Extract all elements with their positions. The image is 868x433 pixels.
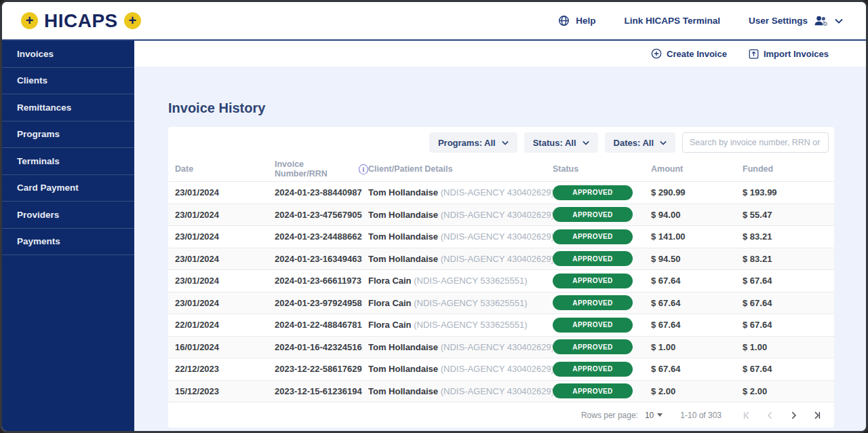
cell-date: 15/12/2023 bbox=[175, 386, 275, 396]
sidebar-item[interactable]: Payments bbox=[2, 229, 134, 256]
invoice-table-body: 23/01/2024 2024-01-23-88440987 Tom Holla… bbox=[168, 181, 834, 402]
status-filter-dropdown[interactable]: Status: All bbox=[524, 132, 598, 153]
sidebar-item[interactable]: Card Payment bbox=[2, 175, 134, 202]
column-header-funded: Funded bbox=[743, 164, 827, 174]
cell-amount: $ 67.64 bbox=[651, 298, 743, 308]
sidebar-item[interactable]: Providers bbox=[2, 202, 134, 229]
cell-invoice-number: 2024-01-23-88440987 bbox=[275, 187, 368, 197]
column-header-client: Client/Patient Details bbox=[368, 164, 553, 174]
invoice-table-row[interactable]: 22/01/2024 2024-01-22-48846781 Flora Cai… bbox=[168, 314, 834, 336]
first-page-button[interactable] bbox=[739, 407, 755, 423]
user-settings-menu[interactable]: User Settings bbox=[749, 15, 843, 26]
hicaps-logo[interactable]: + HICAPS + bbox=[21, 10, 141, 32]
status-badge: APPROVED bbox=[553, 207, 633, 222]
status-badge: APPROVED bbox=[553, 229, 633, 244]
chevron-down-icon bbox=[835, 18, 843, 24]
cell-status: APPROVED bbox=[553, 295, 651, 310]
status-badge: APPROVED bbox=[553, 318, 633, 333]
cell-client-details: Tom Hollandaise (NDIS-AGENCY 430402629) bbox=[368, 187, 553, 197]
cell-status: APPROVED bbox=[553, 318, 651, 333]
sidebar-item[interactable]: Remittances bbox=[2, 94, 134, 121]
upload-icon bbox=[749, 49, 759, 59]
cell-date: 23/01/2024 bbox=[175, 254, 275, 264]
cell-funded: $ 55.47 bbox=[743, 210, 827, 220]
user-settings-label: User Settings bbox=[749, 16, 808, 26]
cell-status: APPROVED bbox=[553, 207, 651, 222]
help-link[interactable]: Help bbox=[558, 15, 595, 26]
cell-invoice-number: 2024-01-23-47567905 bbox=[275, 210, 368, 220]
filter-row: Programs: All Status: All bbox=[168, 127, 834, 157]
last-page-button[interactable] bbox=[808, 407, 825, 423]
sidebar-item[interactable]: Programs bbox=[2, 121, 134, 149]
pagination-range: 1-10 of 303 bbox=[680, 411, 722, 420]
cell-client-details: Tom Hollandaise (NDIS-AGENCY 430402629) bbox=[368, 386, 553, 396]
cell-date: 23/01/2024 bbox=[175, 210, 275, 220]
cell-funded: $ 67.64 bbox=[743, 298, 827, 308]
sidebar-item[interactable]: Invoices bbox=[2, 41, 134, 68]
next-page-button[interactable] bbox=[785, 407, 802, 423]
client-name: Flora Cain bbox=[368, 298, 412, 308]
invoice-history-card: Programs: All Status: All bbox=[168, 127, 834, 428]
chevron-down-icon bbox=[660, 140, 667, 145]
cell-client-details: Tom Hollandaise (NDIS-AGENCY 430402629) bbox=[368, 231, 553, 242]
cell-invoice-number: 2024-01-23-66611973 bbox=[275, 276, 368, 286]
caret-down-icon bbox=[657, 413, 663, 417]
invoice-table-row[interactable]: 15/12/2023 2023-12-15-61236194 Tom Holla… bbox=[168, 380, 834, 402]
cell-funded: $ 67.64 bbox=[743, 276, 827, 286]
column-header-status: Status bbox=[553, 164, 651, 174]
status-badge: APPROVED bbox=[553, 383, 633, 398]
invoice-table-row[interactable]: 22/12/2023 2023-12-22-58617629 Tom Holla… bbox=[168, 358, 834, 380]
cell-funded: $ 67.64 bbox=[743, 364, 827, 374]
cell-amount: $ 141.00 bbox=[651, 231, 743, 242]
sidebar-item[interactable]: Terminals bbox=[2, 148, 134, 175]
rows-per-page-select[interactable]: 10 bbox=[645, 411, 663, 420]
cell-client-details: Tom Hollandaise (NDIS-AGENCY 430402629) bbox=[368, 254, 553, 264]
cell-date: 22/01/2024 bbox=[175, 320, 275, 330]
sidebar-item-label: Programs bbox=[17, 129, 60, 139]
cell-funded: $ 2.00 bbox=[743, 386, 827, 396]
cell-date: 23/01/2024 bbox=[175, 298, 275, 308]
invoice-table-row[interactable]: 23/01/2024 2024-01-23-47567905 Tom Holla… bbox=[168, 204, 834, 226]
search-input[interactable] bbox=[682, 132, 829, 153]
cell-funded: $ 83.21 bbox=[743, 254, 827, 264]
cell-amount: $ 1.00 bbox=[651, 342, 743, 352]
client-agency: (NDIS-AGENCY 430402629) bbox=[441, 386, 553, 396]
cell-status: APPROVED bbox=[553, 251, 651, 266]
cell-invoice-number: 2023-12-22-58617629 bbox=[275, 364, 368, 374]
column-header-invoice-number: Invoice Number/RRN i bbox=[275, 159, 368, 178]
client-agency: (NDIS-AGENCY 533625551) bbox=[414, 298, 527, 308]
invoice-table-row[interactable]: 23/01/2024 2024-01-23-66611973 Flora Cai… bbox=[168, 269, 834, 292]
programs-filter-dropdown[interactable]: Programs: All bbox=[429, 132, 517, 153]
client-name: Tom Hollandaise bbox=[368, 231, 438, 242]
dates-filter-dropdown[interactable]: Dates: All bbox=[605, 132, 675, 153]
import-invoices-button[interactable]: Import Invoices bbox=[749, 49, 829, 59]
cell-amount: $ 94.50 bbox=[651, 254, 743, 264]
circle-plus-icon bbox=[651, 48, 662, 59]
logo-plus-left-icon: + bbox=[21, 12, 38, 29]
user-group-gear-icon bbox=[814, 15, 829, 26]
invoice-table-row[interactable]: 23/01/2024 2024-01-23-16349463 Tom Holla… bbox=[168, 248, 834, 270]
brand-name: HICAPS bbox=[44, 10, 118, 32]
cell-date: 23/01/2024 bbox=[175, 276, 275, 286]
create-invoice-button[interactable]: Create Invoice bbox=[651, 48, 727, 59]
cell-client-details: Tom Hollandaise (NDIS-AGENCY 430402629) bbox=[368, 210, 553, 220]
client-name: Tom Hollandaise bbox=[368, 210, 438, 220]
help-label: Help bbox=[576, 16, 595, 26]
cell-invoice-number: 2023-12-15-61236194 bbox=[275, 386, 368, 396]
invoice-table-row[interactable]: 16/01/2024 2024-01-16-42324516 Tom Holla… bbox=[168, 336, 834, 358]
import-invoices-label: Import Invoices bbox=[764, 49, 829, 59]
link-hicaps-terminal[interactable]: Link HICAPS Terminal bbox=[624, 16, 720, 26]
pagination-bar: Rows per page: 10 1-10 of 303 bbox=[168, 402, 834, 428]
cell-amount: $ 67.64 bbox=[651, 276, 743, 286]
client-name: Tom Hollandaise bbox=[368, 187, 438, 197]
cell-date: 23/01/2024 bbox=[175, 187, 275, 197]
invoice-table-row[interactable]: 23/01/2024 2024-01-23-88440987 Tom Holla… bbox=[168, 181, 834, 204]
cell-invoice-number: 2024-01-23-16349463 bbox=[275, 254, 368, 264]
info-icon[interactable]: i bbox=[359, 164, 368, 174]
invoice-table-row[interactable]: 23/01/2024 2024-01-23-97924958 Flora Cai… bbox=[168, 292, 834, 314]
dates-filter-label: Dates: All bbox=[614, 138, 654, 148]
previous-page-button[interactable] bbox=[762, 407, 778, 423]
invoice-table-row[interactable]: 23/01/2024 2024-01-23-24488662 Tom Holla… bbox=[168, 225, 834, 248]
cell-client-details: Flora Cain (NDIS-AGENCY 533625551) bbox=[368, 320, 553, 330]
sidebar-item[interactable]: Clients bbox=[2, 68, 134, 95]
